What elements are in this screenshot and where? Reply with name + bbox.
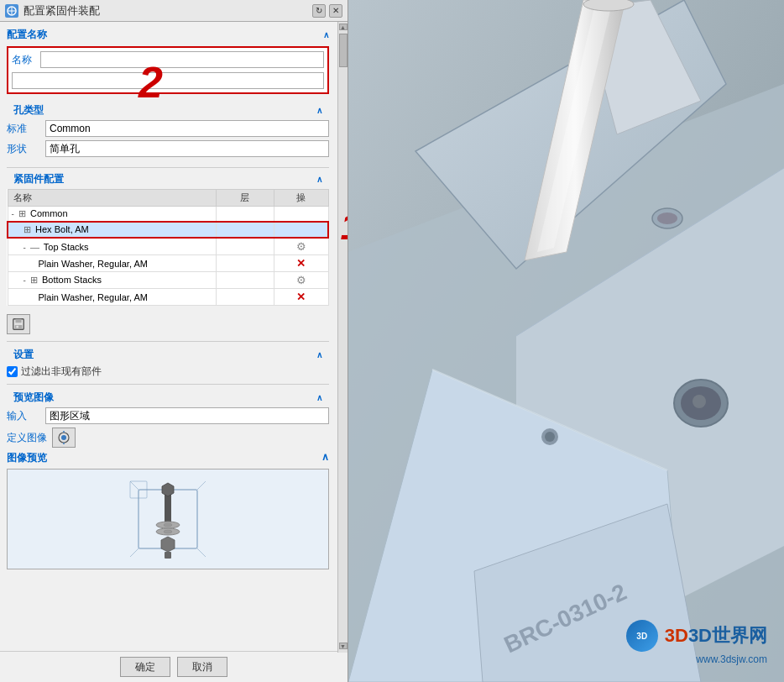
tree-layer-2 [216,238,274,255]
input-label: 输入 [7,409,40,423]
scrollbar-thumb[interactable] [339,34,348,67]
hole-type-header[interactable]: 孔类型 ∧ [7,101,329,120]
bolt-preview-svg [122,473,214,565]
svg-marker-24 [161,537,175,552]
tree-ops-1 [274,222,328,238]
col-ops-header: 操 [274,190,328,207]
watermark-url: www.3dsjw.com [626,653,767,665]
tree-layer-1 [216,222,274,238]
config-name-row: 名称 [12,51,324,68]
tree-item-name-3: Plain Washer, Regular, AM [39,259,148,269]
tree-ops-3[interactable]: ✕ [274,255,328,272]
x-icon-3: ✕ [296,257,306,270]
gear-icon-2: ⚙ [296,240,306,253]
watermark-brand: 3D3D世界网 [665,623,767,648]
col-layer-header: 层 [216,190,274,207]
gear-icon-4: ⚙ [296,274,306,286]
tree-row[interactable]: - ⊞ Common [8,207,328,223]
svg-line-15 [130,548,139,557]
image-preview-chevron: ∧ [321,451,329,465]
svg-line-12 [130,481,139,490]
scene-svg: BRC-0310-2 [348,0,784,682]
refresh-button[interactable]: ↻ [312,4,326,18]
tree-table: 名称 层 操 - ⊞ Common [7,189,329,306]
tree-layer-5 [216,289,274,306]
scrollbar-up[interactable]: ▲ [339,24,348,30]
config-name-header[interactable]: 配置名称 ∧ [0,25,336,45]
standard-select[interactable]: Common [45,120,329,137]
expand-icon-2: - [24,243,26,252]
svg-line-13 [197,481,206,490]
image-preview-text: 图像预览 [7,451,47,465]
filter-checkbox[interactable] [7,366,18,377]
input-select[interactable]: 图形区域 [45,407,329,424]
tree-row-bottom-stacks[interactable]: - ⊞ Bottom Stacks ⚙ [8,272,328,289]
left-panel: 配置紧固件装配 ↻ ✕ 2 配置名称 ∧ 名称 [0,0,348,682]
scrollbar-down[interactable]: ▼ [339,643,348,649]
svg-point-8 [61,435,66,440]
fastener-config-chevron: ∧ [316,175,322,184]
col-name-header: 名称 [8,190,216,207]
shape-row: 形状 简单孔 [7,140,329,157]
settings-section: 设置 ∧ 过滤出非现有部件 [0,344,336,382]
svg-point-23 [164,530,172,533]
tree-item-name-2: Top Stacks [44,242,89,252]
config-name-label: 配置名称 [7,28,47,42]
svg-point-35 [693,395,706,408]
config-name-select[interactable] [40,51,324,68]
fastener-config-label: 紧固件配置 [13,172,64,186]
title-bar-left: 配置紧固件装配 [5,3,100,18]
config-name-box: 名称 [7,46,329,94]
bottom-bar: 确定 取消 [0,651,348,682]
preview-input-row: 输入 图形区域 [7,407,329,424]
config-name-section: 配置名称 ∧ 名称 [0,25,336,94]
tree-item-name-1: Hex Bolt, AM [35,224,89,234]
tree-row-washer-top[interactable]: Plain Washer, Regular, AM ✕ [8,255,328,272]
tree-ops-2[interactable]: ⚙ [274,238,328,255]
app-icon [5,4,18,18]
image-preview-box [7,469,329,569]
define-image-row: 定义图像 [7,428,329,448]
tree-ops-5[interactable]: ✕ [274,289,328,306]
save-button-area [7,311,329,334]
window-title: 配置紧固件装配 [24,3,100,18]
tree-row-top-stacks[interactable]: - — Top Stacks ⚙ [8,238,328,255]
tree-layer-0 [216,207,274,223]
save-button[interactable] [7,314,30,334]
watermark-logo: 3D 3D3D世界网 [626,620,767,652]
right-panel: BRC-0310-2 3D 3D3D世界网 www.3dsjw.com [348,0,784,682]
x-icon-5: ✕ [296,291,306,303]
preview-image-chevron: ∧ [316,393,322,402]
shape-select[interactable]: 简单孔 [45,140,329,157]
settings-header[interactable]: 设置 ∧ [7,345,329,365]
tree-row-hex-bolt[interactable]: ⊞ Hex Bolt, AM [8,222,328,238]
tree-icon-1: ⊞ [24,224,31,234]
tree-ops-0 [274,207,328,223]
preview-image-header[interactable]: 预览图像 ∧ [7,388,329,407]
filter-row: 过滤出非现有部件 [7,365,329,379]
config-name-chevron: ∧ [323,30,329,39]
config-name-input2[interactable] [12,72,324,89]
watermark: 3D 3D3D世界网 www.3dsjw.com [626,620,767,665]
define-image-button[interactable] [52,428,76,448]
tree-item-name-4: Bottom Stacks [42,275,102,285]
fastener-config-header[interactable]: 紧固件配置 ∧ [7,170,329,189]
close-button[interactable]: ✕ [329,4,342,18]
tree-ops-4[interactable]: ⚙ [274,272,328,289]
hole-type-chevron: ∧ [316,106,322,115]
cancel-button[interactable]: 取消 [177,657,227,677]
tree-table-wrapper: 1 名称 层 操 [7,189,329,306]
tree-item-name-5: Plain Washer, Regular, AM [39,292,148,302]
define-label: 定义图像 [7,431,47,445]
confirm-button[interactable]: 确定 [120,657,170,677]
watermark-icon: 3D [626,620,658,652]
main-container: 配置紧固件装配 ↻ ✕ 2 配置名称 ∧ 名称 [0,0,784,682]
fastener-config-section: 紧固件配置 ∧ 1 名称 层 操 [0,170,336,339]
tree-icon-0: ⊞ [18,208,26,218]
title-bar: 配置紧固件装配 ↻ ✕ [0,0,348,22]
svg-rect-6 [16,326,18,328]
svg-point-40 [583,0,634,11]
scrollbar[interactable]: ▲ ▼ [337,22,348,653]
standard-label: 标准 [7,122,40,136]
tree-row-washer-bottom[interactable]: Plain Washer, Regular, AM ✕ [8,289,328,306]
